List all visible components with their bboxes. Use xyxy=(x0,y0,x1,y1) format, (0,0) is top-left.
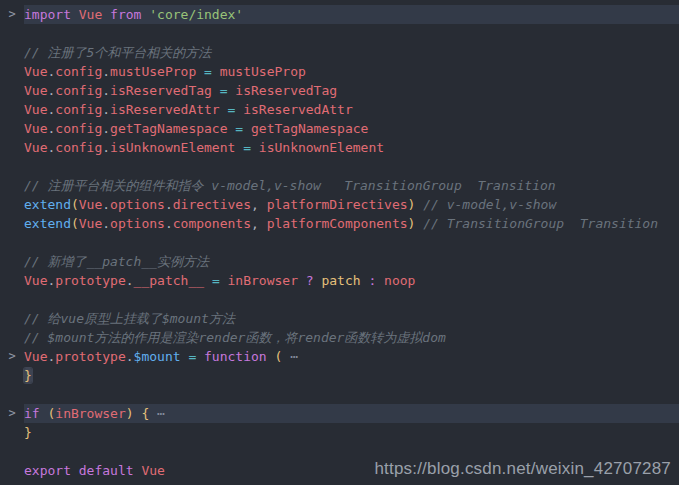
code-token: isUnknownElement xyxy=(259,140,384,155)
code-token xyxy=(204,273,212,288)
code-line: // 给vue原型上挂载了$mount方法 xyxy=(0,309,679,328)
code-token xyxy=(376,273,384,288)
code-line-content: Vue.config.isReservedTag = isReservedTag xyxy=(24,81,679,100)
code-token: Vue xyxy=(79,216,102,231)
code-line-content: Vue.config.isUnknownElement = isUnknownE… xyxy=(24,138,679,157)
code-token: . xyxy=(165,197,173,212)
code-token: isReservedAttr xyxy=(110,102,220,117)
code-token: ? xyxy=(306,273,314,288)
code-token: // 注册了5个和平台相关的方法 xyxy=(24,45,211,60)
gutter-cell xyxy=(0,309,24,328)
code-token: } xyxy=(24,368,32,383)
code-token xyxy=(220,273,228,288)
code-token: Vue xyxy=(24,83,47,98)
code-token: = xyxy=(204,64,212,79)
code-token: Vue xyxy=(141,463,164,478)
code-token: 'core/index' xyxy=(149,7,243,22)
code-token: config xyxy=(55,102,102,117)
gutter-cell xyxy=(0,81,24,100)
code-token: isUnknownElement xyxy=(110,140,235,155)
code-token xyxy=(235,140,243,155)
code-token: Vue xyxy=(24,64,47,79)
gutter-cell xyxy=(0,119,24,138)
code-token: . xyxy=(102,216,110,231)
code-line-content xyxy=(24,157,679,176)
gutter-cell xyxy=(0,157,24,176)
code-token: . xyxy=(102,64,110,79)
code-line: extend(Vue.options.components, platformC… xyxy=(0,214,679,233)
code-token: options xyxy=(110,216,165,231)
code-token: platformComponents xyxy=(267,216,408,231)
code-token xyxy=(259,197,267,212)
fold-chevron-icon[interactable]: > xyxy=(0,5,24,24)
gutter-cell xyxy=(0,24,24,43)
code-token: . xyxy=(102,140,110,155)
gutter-cell xyxy=(0,328,24,347)
fold-chevron-icon[interactable]: > xyxy=(0,404,24,423)
code-token: __patch__ xyxy=(134,273,204,288)
gutter-cell xyxy=(0,195,24,214)
code-token xyxy=(267,349,275,364)
code-line-content: // 新增了__patch__实例方法 xyxy=(24,252,679,271)
code-token: components xyxy=(173,216,251,231)
code-line: // 注册平台相关的组件和指令 v-model,v-show Transitio… xyxy=(0,176,679,195)
code-token xyxy=(243,121,251,136)
code-token xyxy=(196,64,204,79)
code-token xyxy=(259,216,267,231)
code-line xyxy=(0,233,679,252)
code-token: // $mount方法的作用是渲染render函数，将render函数转为虚拟d… xyxy=(24,330,446,345)
gutter-cell xyxy=(0,290,24,309)
code-token: patch xyxy=(321,273,360,288)
code-line-content: if (inBrowser) { ⋯ xyxy=(24,404,679,423)
code-token: platformDirectives xyxy=(267,197,408,212)
code-line-content: import Vue from 'core/index' xyxy=(24,5,679,24)
code-token: // 给vue原型上挂载了$mount方法 xyxy=(24,311,235,326)
code-token: Vue xyxy=(24,121,47,136)
code-line: } xyxy=(0,423,679,442)
code-token: default xyxy=(79,463,134,478)
code-token: inBrowser xyxy=(55,406,125,421)
code-line-content: // 给vue原型上挂载了$mount方法 xyxy=(24,309,679,328)
fold-chevron-icon[interactable]: > xyxy=(0,347,24,366)
code-token: config xyxy=(55,83,102,98)
code-token: } xyxy=(24,425,32,440)
code-line-content: } xyxy=(24,366,679,385)
gutter-cell xyxy=(0,385,24,404)
code-token: . xyxy=(102,121,110,136)
code-line: Vue.config.isReservedTag = isReservedTag xyxy=(0,81,679,100)
code-token: , xyxy=(251,216,259,231)
code-token xyxy=(102,7,110,22)
code-line: // 注册了5个和平台相关的方法 xyxy=(0,43,679,62)
code-line: Vue.config.isReservedAttr = isReservedAt… xyxy=(0,100,679,119)
code-token: . xyxy=(102,83,110,98)
code-token: // v-model,v-show xyxy=(415,197,556,212)
folded-code-ellipsis[interactable]: ⋯ xyxy=(149,406,165,421)
code-token: config xyxy=(55,64,102,79)
code-line: >Vue.prototype.$mount = function ( ⋯ xyxy=(0,347,679,366)
code-token: if xyxy=(24,406,40,421)
code-line: Vue.config.getTagNamespace = getTagNames… xyxy=(0,119,679,138)
code-token: . xyxy=(165,216,173,231)
folded-code-ellipsis[interactable]: ⋯ xyxy=(282,349,298,364)
code-line-content: } xyxy=(24,423,679,442)
code-line: // 新增了__patch__实例方法 xyxy=(0,252,679,271)
gutter-cell xyxy=(0,214,24,233)
code-line: >import Vue from 'core/index' xyxy=(0,5,679,24)
code-line-content: // 注册平台相关的组件和指令 v-model,v-show Transitio… xyxy=(24,176,679,195)
code-token: // 注册平台相关的组件和指令 v-model,v-show Transitio… xyxy=(24,178,556,193)
code-token: . xyxy=(126,273,134,288)
code-line xyxy=(0,290,679,309)
gutter-cell xyxy=(0,252,24,271)
code-token: , xyxy=(251,197,259,212)
code-token: isReservedTag xyxy=(110,83,212,98)
code-token: Vue xyxy=(24,273,47,288)
code-token: options xyxy=(110,197,165,212)
code-line-content: Vue.config.isReservedAttr = isReservedAt… xyxy=(24,100,679,119)
code-token xyxy=(71,7,79,22)
code-line-content: Vue.config.mustUseProp = mustUseProp xyxy=(24,62,679,81)
code-line: >if (inBrowser) { ⋯ xyxy=(0,404,679,423)
code-token: directives xyxy=(173,197,251,212)
code-line: Vue.prototype.__patch__ = inBrowser ? pa… xyxy=(0,271,679,290)
code-token: prototype xyxy=(55,349,125,364)
code-token: ( xyxy=(71,216,79,231)
